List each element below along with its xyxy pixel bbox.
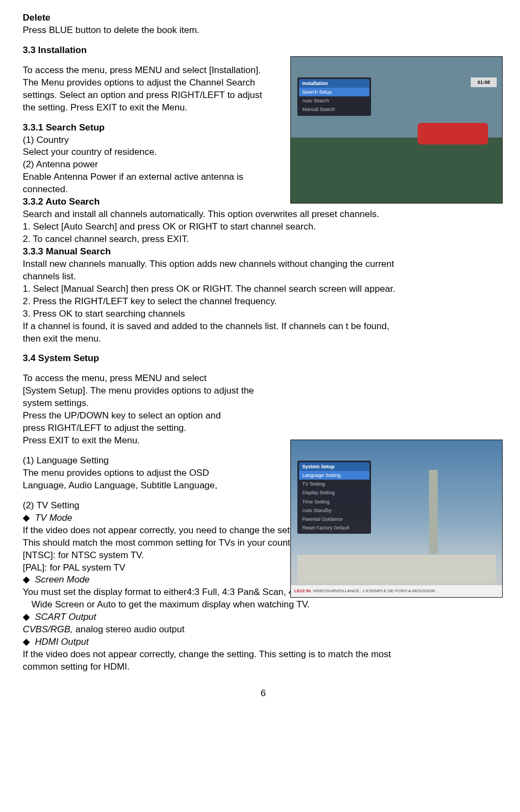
s333-intro-a: Install new channels manually. This opti… — [23, 259, 394, 269]
s333-step2: 2. Press the RIGHT/LEFT key to select th… — [23, 296, 504, 308]
section-3-4: 3.4 System Setup — [23, 352, 504, 365]
osd-menu-title: System Setup — [299, 462, 369, 471]
scart-text-b: analog stereo audio output — [75, 624, 184, 634]
hdmi-text-a: If the video does not appear correctly, … — [23, 649, 391, 659]
screenshot-installation-menu: Installation Search Setup Auto Search Ma… — [290, 56, 503, 204]
tv-mode-heading: TV Mode — [35, 513, 72, 523]
section-3-3-3: 3.3.3 Manual Search — [23, 246, 504, 258]
osd-menu-title: Installation — [299, 79, 369, 88]
osd-menu-panel: System Setup Language Setting TV Setting… — [297, 461, 371, 534]
screen-mode-heading: Screen Mode — [35, 574, 89, 585]
osd-menu-item: Time Setting — [299, 497, 369, 506]
s34-intro-b: [System Setup]. The menu provides option… — [23, 385, 273, 410]
s34-intro-a: To access the menu, press MENU and selec… — [23, 373, 206, 383]
osd-menu-item: Search Setup — [299, 88, 369, 96]
s333-note-a: If a channel is found, it is saved and a… — [23, 321, 389, 331]
s332-step2: 2. To cancel channel search, press EXIT. — [23, 233, 504, 246]
hdmi-text-b: common setting for HDMI. — [23, 661, 504, 673]
osd-menu-item: Auto Standby — [299, 506, 369, 515]
osd-menu-item: TV Setting — [299, 480, 369, 488]
s333-note-b: then exit the menu. — [23, 333, 504, 345]
osd-menu-item: Reset Factory Default — [299, 523, 369, 532]
section-3-3: 3.3 Installation — [23, 44, 504, 57]
s34-intro-c: Press the UP/DOWN key to select an optio… — [23, 410, 221, 421]
screenshot-system-setup-menu: System Setup Language Setting TV Setting… — [290, 440, 503, 598]
delete-heading: Delete — [23, 12, 504, 24]
s333-step3: 3. Press OK to start searching channels — [23, 308, 504, 320]
osd-time-badge: 01:08 — [471, 77, 497, 87]
osd-menu-panel: Installation Search Setup Auto Search Ma… — [297, 77, 371, 116]
s333-intro-b: channels list. — [23, 271, 504, 283]
diamond-bullet-icon: ◆ — [23, 574, 35, 585]
s34-intro-e: Press EXIT to exit the Menu. — [23, 435, 273, 447]
s333-step1: 1. Select [Manual Search] then press OK … — [23, 283, 504, 296]
osd-ticker: LE12:50 VIDEOSURVEILLANCE : L'EXEMPLE DE… — [291, 585, 502, 597]
hdmi-heading: HDMI Output — [35, 637, 88, 647]
s332-intro: Search and install all channels automati… — [23, 208, 504, 221]
diamond-bullet-icon: ◆ — [23, 513, 35, 523]
scart-text-a: CVBS/RGB, — [23, 624, 75, 634]
osd-menu-item: Manual Search — [299, 105, 369, 114]
screen-mode-b: Wide Screen or Auto to get the maximum d… — [31, 599, 504, 611]
diamond-bullet-icon: ◆ — [23, 637, 35, 647]
ticker-text: VIDEOSURVEILLANCE : L'EXEMPLE DE PONT-A-… — [313, 588, 435, 594]
s331-2-text: Enable Antenna Power if an external acti… — [23, 171, 273, 196]
s34-intro-d: press RIGHT/LEFT to adjust the setting. — [23, 422, 273, 435]
s332-step1: 1. Select [Auto Search] and press OK or … — [23, 221, 504, 233]
osd-menu-item: Display Setting — [299, 488, 369, 497]
s33-intro: To access the menu, press MENU and selec… — [23, 64, 273, 114]
diamond-bullet-icon: ◆ — [23, 612, 35, 622]
page-number: 6 — [23, 687, 504, 700]
ticker-tag: LE12:50 — [294, 588, 311, 594]
delete-text: Press BLUE button to delete the book ite… — [23, 24, 504, 37]
osd-menu-item: Parental Guidance — [299, 515, 369, 523]
scart-heading: SCART Output — [35, 612, 96, 622]
osd-menu-item: Language Setting — [299, 471, 369, 480]
s34-1-text-b: Language, Audio Language, Subtitle Langu… — [23, 480, 273, 492]
s34-1-text-a: The menu provides options to adjust the … — [23, 468, 209, 478]
s34-1-label: (1) Language Setting — [23, 455, 273, 467]
osd-menu-item: Auto Search — [299, 96, 369, 105]
